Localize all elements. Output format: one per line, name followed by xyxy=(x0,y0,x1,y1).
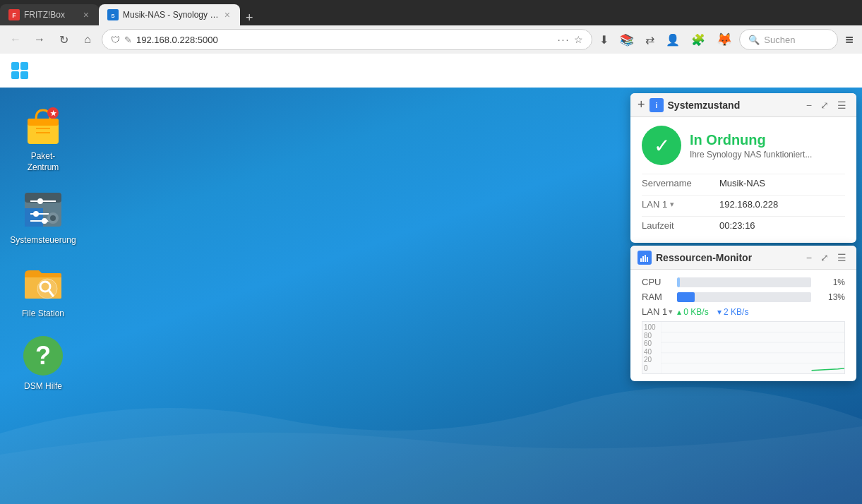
widget-title-row: i Systemzustand xyxy=(650,98,741,112)
resmon-header: Ressourcen-Monitor − ⤢ ☰ xyxy=(630,246,856,270)
address-input[interactable] xyxy=(136,35,553,45)
svg-rect-10 xyxy=(844,71,849,76)
svg-rect-7 xyxy=(838,65,843,70)
tab-close-nas[interactable]: × xyxy=(223,9,232,20)
taskbar-user-button[interactable] xyxy=(774,58,800,83)
logo-sq2 xyxy=(20,62,28,70)
file-station-icon[interactable]: File Station xyxy=(11,256,75,324)
dsm-main: ★ Paket- Zentrum xyxy=(0,54,862,504)
reload-button[interactable]: ↻ xyxy=(54,30,73,49)
search-box[interactable]: 🔍 Suchen xyxy=(739,29,838,50)
download-arrow-icon: ▾ xyxy=(717,307,722,317)
ram-label: RAM xyxy=(642,292,677,302)
new-tab-button[interactable]: + xyxy=(240,11,259,25)
search-icon: 🔍 xyxy=(748,35,760,45)
toolbar-right: ⬇ 📚 ⇄ 👤 🧩 🦊 xyxy=(597,29,735,50)
resource-monitor-widget: Ressourcen-Monitor − ⤢ ☰ CPU xyxy=(630,246,856,381)
svg-rect-35 xyxy=(640,258,642,262)
ram-bar-container xyxy=(677,292,811,302)
widget-add-button[interactable]: + xyxy=(637,97,645,112)
cpu-bar-container xyxy=(677,277,811,287)
systemsteuerung-graphic xyxy=(20,187,66,232)
taskbar-search-button[interactable] xyxy=(803,58,828,83)
lock-icon: 🛡 xyxy=(111,35,120,45)
taskbar-right xyxy=(746,58,856,83)
tab-favicon-nas: S xyxy=(107,9,119,20)
forward-button[interactable]: → xyxy=(30,30,49,49)
home-icon: ⌂ xyxy=(84,33,91,46)
dsm-logo[interactable] xyxy=(6,56,34,85)
tab-fritzbox[interactable]: F FRITZ!Box × xyxy=(0,4,99,25)
servername-value: Musik-NAS xyxy=(719,178,845,188)
search-icon xyxy=(808,64,822,78)
hamburger-icon[interactable]: ≡ xyxy=(842,29,856,51)
extensions-icon[interactable]: 🧩 xyxy=(688,30,708,49)
y-0: 0 xyxy=(644,364,659,372)
search-placeholder: Suchen xyxy=(764,35,795,45)
sysstat-lan-row: LAN 1 ▾ 192.168.0.228 xyxy=(642,195,845,213)
systemsteuerung-icon[interactable]: Systemsteuerung xyxy=(11,183,75,251)
laufzeit-value: 00:23:16 xyxy=(719,220,845,231)
svg-rect-19 xyxy=(25,208,43,227)
account-icon[interactable]: 👤 xyxy=(663,30,683,49)
lan-upload: ▴ 0 KB/s xyxy=(677,307,709,317)
y-60: 60 xyxy=(644,340,659,347)
tab-nas[interactable]: S Musik-NAS - Synology NAS × xyxy=(99,4,240,25)
check-icon: ✓ xyxy=(654,134,670,157)
lan-row: LAN 1 ▾ ▴ 0 KB/s ▾ 2 KB/s xyxy=(642,306,845,317)
y-40: 40 xyxy=(644,348,659,356)
download-value: 2 KB/s xyxy=(724,307,748,317)
forward-icon: → xyxy=(34,33,45,46)
logo-sq4 xyxy=(20,71,28,79)
svg-point-21 xyxy=(37,198,43,204)
lan-dropdown-icon[interactable]: ▾ xyxy=(670,200,674,209)
resmon-title-row: Ressourcen-Monitor xyxy=(637,251,752,265)
taskbar-apps-button[interactable] xyxy=(831,58,856,83)
logo-sq1 xyxy=(11,62,19,70)
address-bar: ← → ↻ ⌂ 🛡 ✎ ··· ☆ ⬇ 📚 ⇄ 👤 🧩 🦊 🔍 Suchen ≡ xyxy=(0,25,862,54)
resmon-body: CPU 1% RAM 13% xyxy=(630,270,856,381)
taskbar-chat-button[interactable] xyxy=(746,58,772,83)
paket-zentrum-icon[interactable]: ★ Paket- Zentrum xyxy=(11,99,75,177)
resmon-lan-dropdown-icon[interactable]: ▾ xyxy=(669,307,673,316)
resmon-minimize-button[interactable]: − xyxy=(803,251,815,265)
system-status-header: + i Systemzustand − xyxy=(630,93,856,117)
download-icon[interactable]: ⬇ xyxy=(597,30,611,49)
tab-close-fritzbox[interactable]: × xyxy=(82,9,90,20)
svg-rect-38 xyxy=(647,257,648,262)
home-button[interactable]: ⌂ xyxy=(78,30,97,49)
sysstat-servername-row: Servername Musik-NAS xyxy=(642,174,845,192)
chart-area xyxy=(661,322,844,373)
widget-header-left: + i Systemzustand xyxy=(637,97,740,112)
bookmark-icon: ☆ xyxy=(574,34,583,45)
address-box[interactable]: 🛡 ✎ ··· ☆ xyxy=(102,29,592,50)
servername-label: Servername xyxy=(642,178,719,188)
lan-stats: ▴ 0 KB/s ▾ 2 KB/s xyxy=(677,307,748,317)
widget-minimize-button[interactable]: − xyxy=(803,98,815,112)
chat-icon xyxy=(752,64,766,78)
more-icon: ··· xyxy=(558,34,570,45)
desktop-wave xyxy=(0,363,862,504)
logo-sq3 xyxy=(11,71,19,79)
status-ok-icon: ✓ xyxy=(642,126,681,165)
apps-icon xyxy=(837,64,851,78)
resmon-restore-button[interactable]: ⤢ xyxy=(818,251,832,265)
widget-restore-button[interactable]: ⤢ xyxy=(818,98,832,112)
paket-zentrum-graphic: ★ xyxy=(20,103,66,148)
cpu-bar xyxy=(677,277,680,287)
widget-container: + i Systemzustand − xyxy=(630,93,856,381)
resmon-icon xyxy=(637,251,652,265)
status-desc: Ihre Synology NAS funktioniert... xyxy=(690,150,812,160)
systemsteuerung-label: Systemsteuerung xyxy=(10,235,76,246)
dsm-desktop: ★ Paket- Zentrum xyxy=(0,88,862,504)
widget-menu-button[interactable]: ☰ xyxy=(834,98,849,112)
firefox-icon[interactable]: 🦊 xyxy=(714,29,735,50)
sync-icon[interactable]: ⇄ xyxy=(642,30,657,49)
back-button[interactable]: ← xyxy=(6,30,25,49)
svg-rect-36 xyxy=(642,256,644,262)
resmon-header-left: Ressourcen-Monitor xyxy=(637,251,752,265)
tab-favicon-fritzbox: F xyxy=(8,9,20,20)
svg-point-4 xyxy=(784,66,790,71)
resmon-menu-button[interactable]: ☰ xyxy=(834,251,849,265)
library-icon[interactable]: 📚 xyxy=(617,30,637,49)
